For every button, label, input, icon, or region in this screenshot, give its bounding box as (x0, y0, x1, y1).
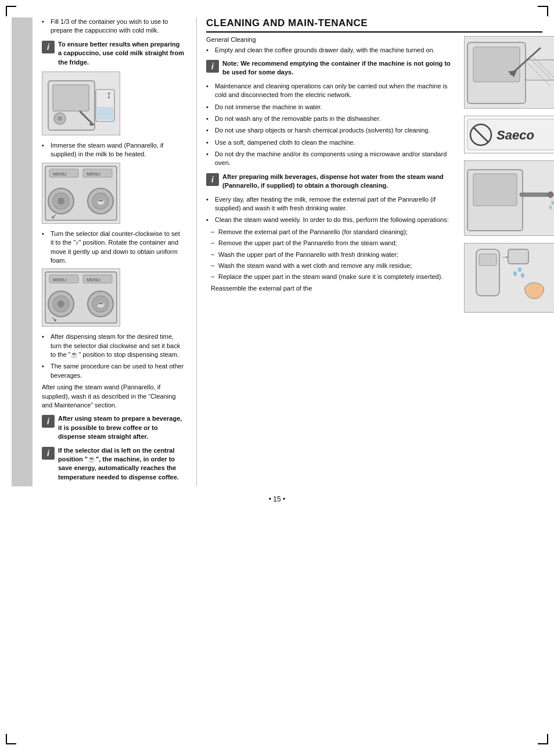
right-maint-bullet-3: • Do not wash any of the removable parts… (206, 114, 459, 123)
right-info-icon-1: i (206, 60, 219, 73)
svg-point-4 (89, 123, 94, 126)
right-maint-sym-2: • (206, 103, 213, 112)
right-weekly-bullet-2: • Clean the steam wand weekly. In order … (206, 216, 459, 224)
left-column: • Fill 1/3 of the container you wish to … (12, 17, 192, 486)
page-number: • 15 • (12, 495, 542, 503)
right-maint-sym-6: • (206, 150, 213, 168)
svg-point-58 (521, 273, 524, 278)
left-info-text-2: After using steam to prepare a beverage,… (58, 414, 185, 441)
left-info-box-1: i To ensure better results when preparin… (42, 40, 185, 67)
svg-text:↙: ↙ (51, 212, 57, 220)
right-info-box-2: i After preparing milk beverages, dispen… (206, 173, 459, 191)
right-maint-sym-3: • (206, 114, 213, 123)
right-maint-text-3: Do not wash any of the removable parts i… (215, 114, 381, 123)
dash-text-3: Wash the upper part of the Pannarello wi… (218, 250, 398, 259)
bullet-symbol-4b: • (42, 362, 49, 380)
svg-text:☕: ☕ (97, 300, 105, 308)
right-weekly-text-2: Clean the steam wand weekly. In order to… (215, 216, 449, 224)
bullet-symbol-2: • (42, 141, 49, 159)
svg-text:↘: ↘ (51, 315, 57, 323)
left-gray-bar (12, 17, 33, 486)
info-icon-3: i (42, 447, 55, 460)
svg-text:MENU: MENU (87, 277, 100, 282)
right-sub-layout: General Cleaning • Empty and clean the c… (206, 36, 542, 313)
right-images-column: Saeco (464, 36, 542, 313)
bullet-symbol: • (42, 17, 49, 35)
dash-text-2: Remove the upper part of the Pannarello … (218, 239, 397, 248)
right-info-text-1: Note: We recommend emptying the containe… (222, 59, 459, 77)
right-info-icon-2: i (206, 173, 219, 186)
svg-text:Saeco: Saeco (497, 128, 534, 142)
image-steam-wand-clean-2: → (464, 243, 554, 313)
image-panel-dial-2: MENU MENU ↘ ☕ (42, 268, 120, 327)
svg-point-57 (513, 271, 517, 276)
info-icon-1: i (42, 41, 55, 53)
dash-sym-3: – (211, 250, 217, 259)
dash-text-4: Wash the steam wand with a wet cloth and… (218, 261, 412, 270)
left-bullet-3: • Turn the selector dial counter-clockwi… (42, 230, 185, 266)
right-maint-sym-5: • (206, 138, 213, 147)
svg-text:→: → (501, 252, 509, 261)
right-weekly-sym-1: • (206, 195, 213, 213)
right-maint-bullet-2: • Do not immerse the machine in water. (206, 103, 459, 112)
svg-rect-5 (97, 107, 113, 120)
info-icon-2: i (42, 415, 55, 428)
svg-rect-35 (526, 60, 554, 80)
section-title: CLEANING AND MAIN-TENANCE (206, 17, 542, 33)
left-bullet-2-text: Immerse the steam wand (Pannarello, if s… (51, 141, 185, 159)
left-bullet-4b: • The same procedure can be used to heat… (42, 362, 185, 380)
page-container: • Fill 1/3 of the container you wish to … (0, 0, 554, 756)
right-maint-bullet-1: • Maintenance and cleaning operations ca… (206, 82, 459, 100)
right-maint-bullet-4: • Do not use sharp objects or harsh chem… (206, 126, 459, 135)
dash-item-2: – Remove the upper part of the Pannarell… (206, 239, 459, 248)
right-weekly-sym-2: • (206, 216, 213, 224)
svg-text:MENU: MENU (87, 171, 100, 177)
svg-point-56 (518, 267, 521, 272)
right-maint-sym-1: • (206, 82, 213, 100)
right-text-content: General Cleaning • Empty and clean the c… (206, 36, 459, 313)
right-column: CLEANING AND MAIN-TENANCE General Cleani… (202, 17, 542, 486)
dash-text-1: Remove the external part of the Pannarel… (218, 228, 408, 237)
svg-text:☕: ☕ (97, 197, 105, 205)
dash-sym-2: – (211, 239, 217, 248)
right-bullet-1: • Empty and clean the coffee grounds dra… (206, 46, 459, 55)
image-steam-wand-milk: ↕ (42, 71, 120, 135)
right-maint-bullet-5: • Use a soft, dampened cloth to clean th… (206, 138, 459, 147)
right-maint-text-4: Do not use sharp objects or harsh chemic… (215, 126, 430, 135)
right-bullet-sym-1: • (206, 46, 213, 55)
svg-rect-53 (479, 254, 497, 266)
svg-rect-46 (473, 174, 517, 206)
image-saeco-logo: Saeco (464, 116, 554, 153)
dash-item-4: – Wash the steam wand with a wet cloth a… (206, 261, 459, 270)
dash-item-1: – Remove the external part of the Pannar… (206, 228, 459, 237)
right-bullet-1-text: Empty and clean the coffee grounds drawe… (215, 46, 435, 55)
right-weekly-text-1: Every day, after heating the milk, remov… (215, 195, 459, 213)
right-maint-bullet-6: • Do not dry the machine and/or its comp… (206, 150, 459, 168)
left-bullet-1-text: Fill 1/3 of the container you wish to us… (51, 17, 185, 35)
right-maint-text-1: Maintenance and cleaning operations can … (215, 82, 459, 100)
right-maint-text-2: Do not immerse the machine in water. (215, 103, 322, 112)
left-bullet-1: • Fill 1/3 of the container you wish to … (42, 17, 185, 35)
image-steam-wand-clean-1 (464, 160, 554, 236)
dash-sym-5: – (211, 273, 217, 281)
general-cleaning-label: General Cleaning (206, 36, 459, 43)
left-text-content: • Fill 1/3 of the container you wish to … (37, 17, 185, 486)
dash-text-5: Replace the upper part in the steam wand… (218, 273, 443, 281)
right-maint-sym-4: • (206, 126, 213, 135)
main-layout: • Fill 1/3 of the container you wish to … (12, 17, 542, 486)
bullet-symbol-3: • (42, 230, 49, 266)
right-info-box-1: i Note: We recommend emptying the contai… (206, 59, 459, 77)
right-weekly-bullet-1: • Every day, after heating the milk, rem… (206, 195, 459, 213)
left-bullet-4a: • After dispensing steam for the desired… (42, 332, 185, 359)
left-bullet-2: • Immerse the steam wand (Pannarello, if… (42, 141, 185, 159)
svg-rect-47 (520, 193, 549, 196)
svg-text:MENU: MENU (53, 277, 67, 282)
left-bullet-4a-text: After dispensing steam for the desired t… (51, 332, 185, 359)
svg-point-8 (57, 116, 62, 121)
svg-rect-1 (53, 85, 89, 111)
image-panel-dial-1: MENU MENU ↙ (42, 163, 120, 224)
reassemble-text: Reassemble the external part of the (206, 284, 459, 293)
svg-rect-54 (508, 249, 528, 264)
svg-point-48 (548, 192, 553, 198)
dash-sym-1: – (211, 228, 217, 237)
